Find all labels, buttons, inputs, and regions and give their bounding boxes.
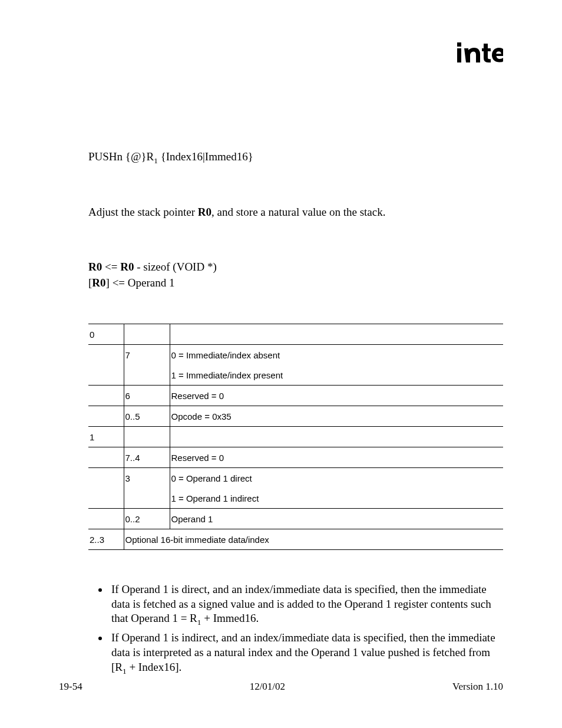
table-row: 2..3Optional 16-bit immediate data/index [88,529,503,549]
byte-cell [88,344,124,365]
syntax-line: PUSHn {@}R1 {Index16|Immed16} [88,150,503,166]
bits-cell [124,324,170,345]
byte-cell [88,467,124,488]
page-number: 19-54 [59,681,82,693]
syntax-prefix: PUSHn {@}R [88,150,154,163]
desc-cell: 1 = Operand 1 indirect [170,488,503,509]
desc-cell: 1 = Immediate/index present [170,365,503,386]
page-footer: 19-54 12/01/02 Version 1.10 [59,681,503,693]
byte-cell [88,447,124,467]
footer-version: Version 1.10 [452,681,503,693]
table-row: 7..4Reserved = 0 [88,447,503,467]
bits-cell: 7..4 [124,447,170,467]
desc-cell: Optional 16-bit immediate data/index [124,529,503,549]
byte-cell: 2..3 [88,529,124,549]
table-row: 0 [88,324,503,345]
bits-cell: 7 [124,344,170,365]
syntax-suffix: {Index16|Immed16} [158,150,253,163]
list-item: If Operand 1 is direct, and an index/imm… [109,582,503,627]
table-row: 1 = Operand 1 indirect [88,488,503,509]
svg-rect-0 [457,48,461,62]
byte-cell [88,406,124,426]
desc-cell: Opcode = 0x35 [170,406,503,426]
page-content: PUSHn {@}R1 {Index16|Immed16} Adjust the… [0,0,562,728]
footer-date: 12/01/02 [250,681,285,693]
desc-cell: 0 = Operand 1 direct [170,467,503,488]
bits-cell [124,426,170,447]
desc-cell [170,426,503,447]
reg-r0: R0 [198,206,211,218]
desc-cell: Operand 1 [170,508,503,529]
list-item: If Operand 1 is indirect, and an index/i… [109,631,503,676]
byte-cell [88,365,124,386]
syntax-subscript: 1 [154,156,158,165]
bits-cell: 3 [124,467,170,488]
operation-block: R0 <= R0 - sizeof (VOID *) [R0] <= Opera… [88,259,503,291]
bits-cell [124,488,170,509]
desc-cell: 0 = Immediate/index absent [170,344,503,365]
desc-cell [170,324,503,345]
table-row: 0..2Operand 1 [88,508,503,529]
table-row: 0..5Opcode = 0x35 [88,406,503,426]
bits-cell: 6 [124,385,170,406]
table-row: 30 = Operand 1 direct [88,467,503,488]
table-row: 6Reserved = 0 [88,385,503,406]
bits-cell: 0..5 [124,406,170,426]
byte-cell [88,508,124,529]
byte-cell [88,488,124,509]
behavior-bullets: If Operand 1 is direct, and an index/imm… [88,582,503,676]
desc-cell: Reserved = 0 [170,385,503,406]
description: Adjust the stack pointer R0, and store a… [88,206,503,219]
svg-rect-1 [457,42,461,47]
byte-cell [88,385,124,406]
table-row: 1 = Immediate/index present [88,365,503,386]
byte-cell: 1 [88,426,124,447]
table-row: 1 [88,426,503,447]
encoding-table: 070 = Immediate/index absent1 = Immediat… [88,324,503,550]
intel-logo [456,42,503,67]
desc-cell: Reserved = 0 [170,447,503,467]
bits-cell: 0..2 [124,508,170,529]
byte-cell: 0 [88,324,124,345]
bits-cell [124,365,170,386]
table-row: 70 = Immediate/index absent [88,344,503,365]
